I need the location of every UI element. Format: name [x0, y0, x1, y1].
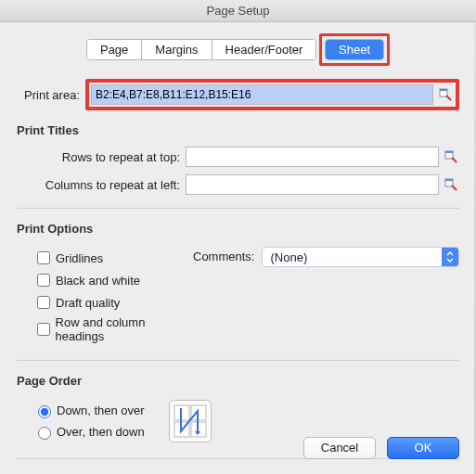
- tab-bar: Page Margins Header/Footer Sheet: [17, 33, 459, 66]
- cancel-button[interactable]: Cancel: [303, 437, 376, 459]
- rows-repeat-label: Rows to repeat at top:: [17, 150, 186, 164]
- over-down-label: Over, then down: [57, 425, 145, 439]
- print-area-row: Print area:: [17, 79, 459, 110]
- over-down-radio[interactable]: [38, 427, 51, 440]
- svg-rect-3: [445, 151, 453, 153]
- print-area-input[interactable]: [91, 84, 433, 105]
- cols-repeat-label: Columns to repeat at left:: [17, 178, 186, 192]
- range-picker-icon[interactable]: [443, 148, 459, 165]
- print-options-heading: Print Options: [17, 222, 459, 236]
- comments-label: Comments:: [193, 247, 262, 263]
- draft-checkbox[interactable]: [37, 296, 50, 309]
- print-area-label: Print area:: [17, 88, 85, 102]
- window-titlebar: Page Setup: [0, 0, 476, 22]
- svg-rect-1: [440, 89, 447, 91]
- comments-select[interactable]: (None): [262, 247, 459, 267]
- ok-button[interactable]: OK: [387, 437, 459, 459]
- draft-label: Draft quality: [56, 296, 120, 310]
- print-titles-heading: Print Titles: [17, 123, 459, 137]
- tab-header-footer[interactable]: Header/Footer: [212, 40, 316, 59]
- range-picker-icon[interactable]: [443, 176, 459, 193]
- range-picker-icon[interactable]: [437, 86, 454, 103]
- chevron-updown-icon: [442, 248, 458, 266]
- bw-label: Black and white: [56, 274, 140, 288]
- tab-page[interactable]: Page: [87, 40, 142, 59]
- svg-rect-5: [445, 179, 453, 181]
- gridlines-checkbox[interactable]: [37, 251, 50, 264]
- down-over-label: Down, then over: [57, 404, 145, 417]
- headings-checkbox[interactable]: [37, 323, 50, 336]
- down-over-radio[interactable]: [38, 405, 51, 418]
- cols-repeat-input[interactable]: [186, 174, 439, 195]
- headings-label: Row and column headings: [56, 315, 193, 343]
- tab-margins[interactable]: Margins: [142, 40, 212, 59]
- window-title: Page Setup: [207, 4, 270, 18]
- page-order-icon: [169, 400, 212, 442]
- bw-checkbox[interactable]: [37, 274, 50, 287]
- rows-repeat-input[interactable]: [186, 147, 439, 167]
- comments-value: (None): [270, 250, 307, 264]
- tab-sheet[interactable]: Sheet: [326, 40, 383, 59]
- gridlines-label: Gridlines: [56, 251, 103, 265]
- page-order-heading: Page Order: [17, 374, 459, 388]
